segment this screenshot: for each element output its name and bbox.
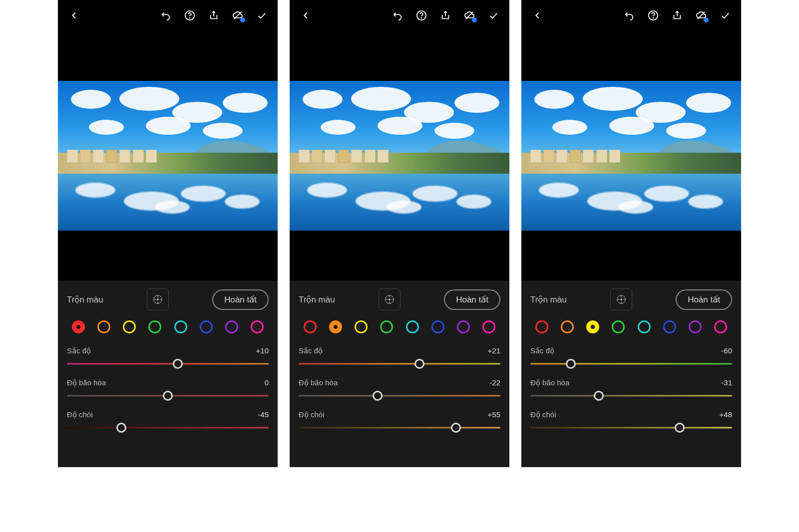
slider-track[interactable]: [67, 359, 269, 368]
slider-label: Độ bão hòa: [299, 378, 338, 387]
slider-label: Độ bão hòa: [530, 378, 569, 387]
help-icon[interactable]: [184, 9, 196, 21]
image-preview: [521, 31, 741, 280]
color-picker-button[interactable]: [379, 288, 400, 310]
share-icon[interactable]: [671, 9, 683, 21]
slider-track[interactable]: [299, 423, 500, 432]
help-icon[interactable]: [647, 9, 659, 21]
color-mix-panel: Trộn màu Hoàn tất Sắc độ -60 Độ bão hòa …: [521, 280, 741, 467]
color-swatch-7[interactable]: [251, 320, 264, 333]
cloud-sync-icon[interactable]: [232, 9, 244, 21]
svg-point-11: [421, 17, 421, 18]
color-swatch-4[interactable]: [174, 320, 187, 333]
image-preview: [58, 31, 278, 280]
phone-screen-1: Trộn màu Hoàn tất Sắc độ +21 Độ bão hòa …: [290, 0, 509, 467]
phone-screen-2: Trộn màu Hoàn tất Sắc độ -60 Độ bão hòa …: [521, 0, 741, 467]
color-swatch-2[interactable]: [586, 320, 599, 333]
share-icon[interactable]: [439, 9, 451, 21]
color-swatch-6[interactable]: [457, 320, 470, 333]
color-swatch-2[interactable]: [355, 320, 368, 333]
slider-value: -60: [721, 346, 732, 355]
color-swatch-0[interactable]: [304, 320, 317, 333]
undo-icon[interactable]: [623, 9, 635, 21]
slider-label: Độ chói: [67, 410, 93, 419]
undo-icon[interactable]: [160, 9, 172, 21]
cloud-sync-icon[interactable]: [695, 9, 707, 21]
color-swatch-row: [299, 317, 500, 336]
slider-track[interactable]: [299, 391, 500, 400]
slider-track[interactable]: [67, 423, 269, 432]
color-swatch-5[interactable]: [200, 320, 213, 333]
slider-track[interactable]: [299, 359, 500, 368]
help-icon[interactable]: [415, 9, 427, 21]
svg-point-1: [189, 17, 190, 18]
color-swatch-3[interactable]: [380, 320, 393, 333]
back-icon[interactable]: [68, 9, 80, 21]
svg-point-21: [653, 17, 653, 18]
done-button[interactable]: Hoàn tất: [676, 289, 732, 310]
slider-track[interactable]: [530, 423, 732, 432]
svg-point-9: [157, 299, 159, 300]
color-swatch-1[interactable]: [97, 320, 110, 333]
color-swatch-6[interactable]: [689, 320, 702, 333]
color-swatch-5[interactable]: [663, 320, 676, 333]
slider-value: -22: [489, 378, 500, 387]
phone-screen-0: Trộn màu Hoàn tất Sắc độ +10 Độ bão hòa …: [58, 0, 278, 467]
confirm-icon[interactable]: [256, 9, 268, 21]
color-swatch-3[interactable]: [148, 320, 161, 333]
done-button[interactable]: Hoàn tất: [444, 289, 500, 310]
slider-value: +21: [488, 346, 500, 355]
slider-track[interactable]: [530, 359, 732, 368]
slider-value: +10: [256, 346, 269, 355]
image-preview: [290, 31, 509, 280]
color-swatch-4[interactable]: [638, 320, 651, 333]
panel-title: Trộn màu: [67, 294, 103, 305]
share-icon[interactable]: [208, 9, 220, 21]
confirm-icon[interactable]: [719, 9, 731, 21]
slider-label: Sắc độ: [299, 346, 323, 355]
color-picker-button[interactable]: [610, 288, 632, 310]
color-swatch-3[interactable]: [612, 320, 625, 333]
svg-point-19: [389, 299, 391, 300]
color-swatch-7[interactable]: [482, 320, 495, 333]
slider-value: -45: [258, 410, 269, 419]
color-swatch-4[interactable]: [406, 320, 419, 333]
slider-value: -31: [721, 378, 732, 387]
svg-point-29: [621, 299, 622, 300]
slider-label: Sắc độ: [67, 346, 91, 355]
slider-value: 0: [265, 378, 269, 387]
confirm-icon[interactable]: [487, 9, 499, 21]
slider-value: +48: [720, 410, 732, 419]
color-swatch-row: [67, 317, 269, 336]
slider-label: Độ bão hòa: [67, 378, 106, 387]
color-swatch-0[interactable]: [535, 320, 548, 333]
slider-value: +55: [488, 410, 500, 419]
color-swatch-6[interactable]: [225, 320, 238, 333]
color-swatch-1[interactable]: [329, 320, 342, 333]
color-picker-button[interactable]: [147, 288, 169, 310]
color-swatch-2[interactable]: [123, 320, 136, 333]
cloud-sync-icon[interactable]: [463, 9, 475, 21]
color-swatch-7[interactable]: [714, 320, 727, 333]
slider-track[interactable]: [67, 391, 269, 400]
panel-title: Trộn màu: [530, 294, 567, 305]
slider-track[interactable]: [530, 391, 732, 400]
color-mix-panel: Trộn màu Hoàn tất Sắc độ +10 Độ bão hòa …: [58, 280, 278, 467]
color-swatch-0[interactable]: [72, 320, 85, 333]
slider-label: Độ chói: [530, 410, 556, 419]
panel-title: Trộn màu: [299, 294, 335, 305]
color-swatch-1[interactable]: [561, 320, 574, 333]
color-mix-panel: Trộn màu Hoàn tất Sắc độ +21 Độ bão hòa …: [290, 280, 509, 467]
back-icon[interactable]: [300, 9, 312, 21]
color-swatch-row: [530, 317, 732, 336]
color-swatch-5[interactable]: [431, 320, 444, 333]
slider-label: Sắc độ: [530, 346, 554, 355]
slider-label: Độ chói: [299, 410, 325, 419]
undo-icon[interactable]: [392, 9, 403, 21]
back-icon[interactable]: [531, 9, 543, 21]
done-button[interactable]: Hoàn tất: [212, 289, 269, 310]
